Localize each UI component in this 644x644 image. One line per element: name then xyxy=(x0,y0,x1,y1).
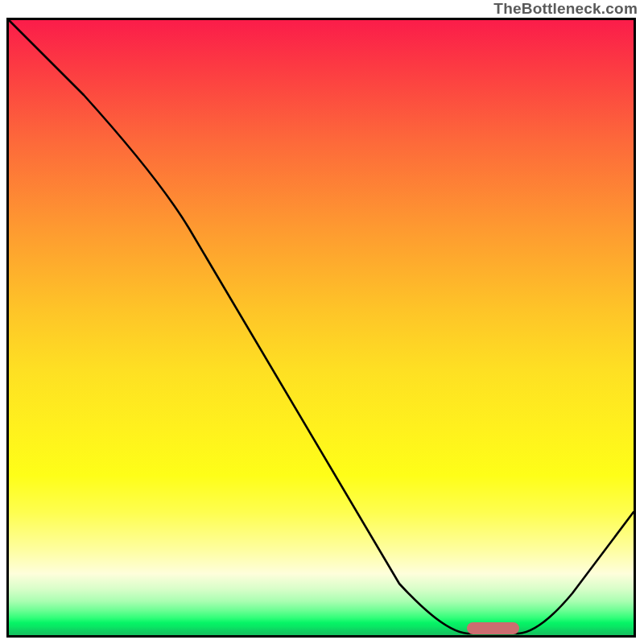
chart-frame xyxy=(6,18,636,638)
optimal-range-marker xyxy=(467,622,519,634)
bottleneck-curve xyxy=(9,20,634,635)
watermark-text: TheBottleneck.com xyxy=(493,0,638,18)
